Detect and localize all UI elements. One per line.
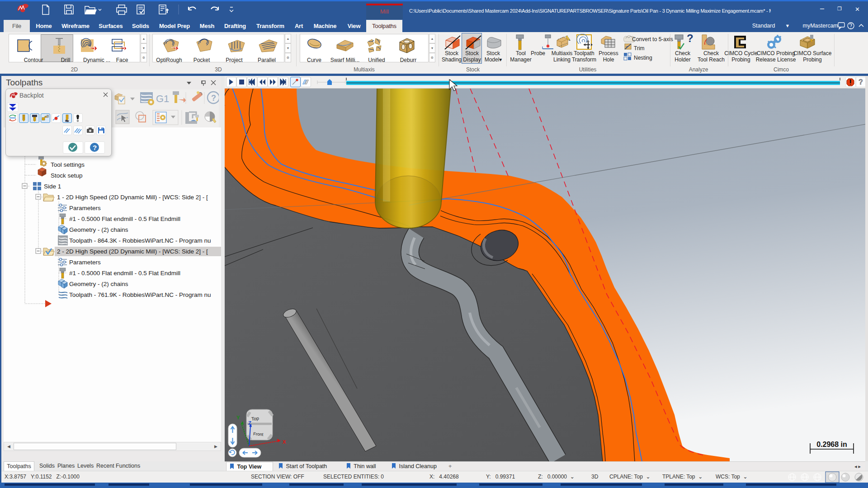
svg-text:Tool settings: Tool settings	[51, 161, 85, 168]
svg-text:OptiRough: OptiRough	[156, 57, 182, 63]
svg-text:Nesting: Nesting	[634, 55, 652, 61]
svg-text:Parameters: Parameters	[69, 205, 101, 211]
svg-text:Backplot: Backplot	[19, 92, 44, 99]
svg-text:Face: Face	[116, 57, 128, 63]
svg-text:Project: Project	[226, 57, 243, 63]
svg-text:Z: Z	[248, 420, 251, 426]
svg-text:#1 - 0.5000 Flat endmill - 0.5: #1 - 0.5000 Flat endmill - 0.5 Flat Endm…	[69, 216, 180, 222]
svg-text:Pocket: Pocket	[193, 57, 210, 63]
svg-text:Toolpath - 864.3K - RobbiesWiP: Toolpath - 864.3K - RobbiesWiPart.NC - P…	[69, 237, 211, 244]
svg-text:1 - 2D High Speed (2D Dynamic: 1 - 2D High Speed (2D Dynamic Mill) - [W…	[57, 194, 208, 201]
svg-text:Convert to 5-axis: Convert to 5-axis	[632, 36, 673, 42]
svg-text:X: X	[283, 439, 286, 445]
svg-text:#1 - 0.5000 Flat endmill - 0.5: #1 - 0.5000 Flat endmill - 0.5 Flat Endm…	[69, 270, 180, 277]
svg-text:Drill: Drill	[61, 57, 71, 63]
svg-text:Stock setup: Stock setup	[51, 172, 83, 179]
svg-text:Parallel: Parallel	[258, 57, 276, 63]
svg-text:Geometry - (2) chains: Geometry - (2) chains	[69, 281, 128, 287]
svg-text:Trim: Trim	[634, 45, 645, 52]
svg-text:?: ?	[687, 34, 693, 44]
svg-text:Toolpath - 761.9K - RobbiesWiP: Toolpath - 761.9K - RobbiesWiPart.NC - P…	[69, 291, 211, 298]
svg-text:Top: Top	[251, 415, 259, 422]
svg-text:Parameters: Parameters	[69, 259, 101, 266]
svg-text:Side 1: Side 1	[44, 183, 61, 190]
svg-text:Contour: Contour	[24, 57, 43, 63]
svg-text:Front: Front	[253, 431, 264, 437]
svg-text:Swarf Milli...: Swarf Milli...	[330, 57, 360, 63]
svg-text:Curve: Curve	[307, 57, 321, 63]
svg-text:Y: Y	[236, 415, 240, 420]
svg-text:?: ?	[859, 78, 863, 86]
svg-text:Unified: Unified	[368, 57, 385, 63]
svg-text:Dynamic ...: Dynamic ...	[83, 57, 110, 63]
svg-text:Deburr: Deburr	[400, 57, 417, 63]
svg-text:?: ?	[93, 144, 97, 151]
svg-text:?: ?	[211, 94, 216, 103]
svg-text:0.2968 in: 0.2968 in	[816, 441, 847, 448]
svg-text:2 - 2D High Speed (2D Dynamic: 2 - 2D High Speed (2D Dynamic Mill) - [W…	[57, 248, 208, 255]
svg-text:G1: G1	[156, 93, 169, 104]
svg-text:Geometry - (2) chains: Geometry - (2) chains	[69, 226, 128, 233]
